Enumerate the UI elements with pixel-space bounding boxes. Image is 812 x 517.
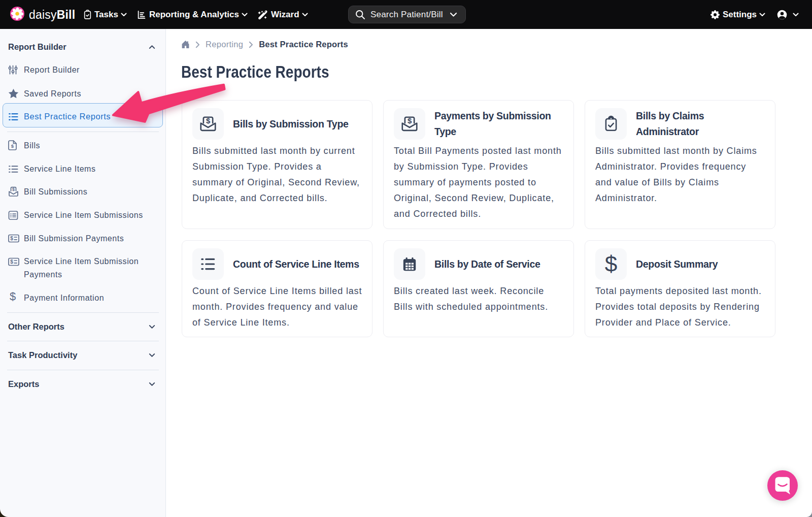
- svg-text:$: $: [12, 187, 15, 192]
- svg-text:$: $: [10, 236, 13, 241]
- svg-text:$: $: [11, 143, 14, 149]
- svg-text:$: $: [10, 259, 13, 265]
- svg-text:$: $: [408, 117, 412, 125]
